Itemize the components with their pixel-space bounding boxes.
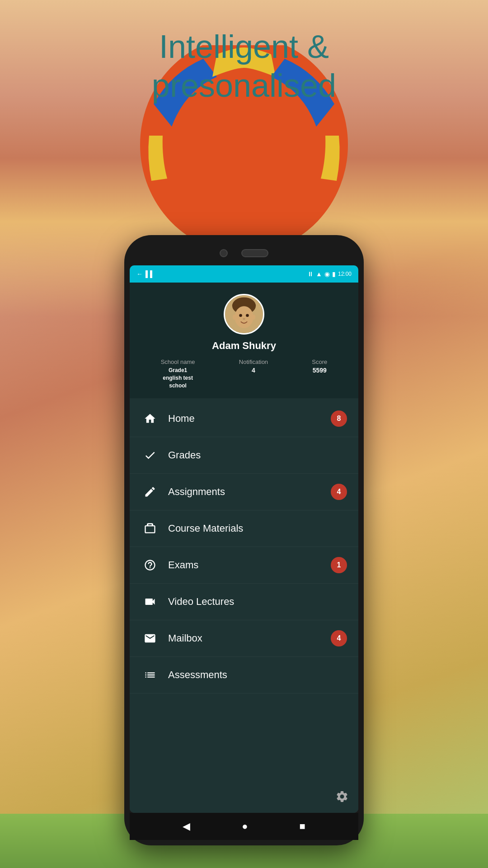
menu-course-materials-label: Course Materials	[168, 523, 347, 534]
menu-assignments-label: Assignments	[168, 486, 331, 498]
check-icon	[141, 446, 159, 464]
wifi-icon: ▲	[316, 270, 322, 278]
school-label: School name	[161, 359, 195, 365]
menu-item-course-materials[interactable]: Course Materials	[130, 510, 358, 547]
menu-item-video-lectures[interactable]: Video Lectures	[130, 584, 358, 620]
menu-exams-label: Exams	[168, 559, 331, 571]
question-icon	[141, 556, 159, 574]
phone-screen: ← ▌▌ ⏸ ▲ ◉ ▮ 12:00	[130, 265, 358, 813]
menu-item-assessments[interactable]: Assessments	[130, 657, 358, 693]
svg-point-13	[233, 315, 236, 320]
menu-item-mailbox[interactable]: Mailbox 4	[130, 620, 358, 657]
phone-camera	[220, 249, 228, 257]
status-bar-right: ⏸ ▲ ◉ ▮ 12:00	[307, 270, 352, 278]
signal-icon: ▌▌	[145, 270, 155, 278]
phone-speaker	[241, 249, 268, 257]
exams-badge: 1	[331, 557, 347, 573]
pause-icon: ⏸	[307, 270, 314, 278]
home-icon	[141, 410, 159, 428]
status-bar-left: ← ▌▌	[136, 270, 155, 278]
svg-point-10	[239, 314, 242, 317]
school-value: Grade1english testschool	[163, 367, 193, 389]
user-stats: School name Grade1english testschool Not…	[139, 359, 349, 389]
menu-list: Home 8 Grades	[130, 398, 358, 696]
home-badge: 8	[331, 410, 347, 427]
battery-icon: ▮	[332, 270, 336, 278]
back-arrow-icon: ←	[136, 270, 143, 278]
headline-line2: presonalised	[0, 66, 488, 105]
briefcase-icon	[141, 519, 159, 538]
user-profile: Adam Shukry School name Grade1english te…	[130, 283, 358, 398]
mail-icon	[141, 629, 159, 647]
svg-point-9	[235, 306, 253, 328]
headline-line1: Intelligent &	[0, 27, 488, 66]
menu-home-label: Home	[168, 413, 331, 425]
svg-point-11	[246, 314, 249, 317]
home-button[interactable]: ●	[242, 821, 248, 832]
avatar	[224, 294, 264, 335]
menu-item-exams[interactable]: Exams 1	[130, 547, 358, 584]
notification-value: 4	[252, 367, 255, 374]
svg-point-14	[252, 315, 255, 320]
time-icon: 12:00	[338, 271, 352, 277]
menu-mailbox-label: Mailbox	[168, 632, 331, 644]
user-name: Adam Shukry	[139, 340, 349, 352]
recent-button[interactable]: ■	[300, 821, 305, 832]
svg-point-12	[243, 318, 245, 320]
score-label: Score	[312, 359, 327, 365]
score-value: 5599	[313, 367, 327, 374]
drawer-content: Adam Shukry School name Grade1english te…	[130, 283, 358, 813]
list-icon	[141, 666, 159, 684]
phone-top-bar	[130, 241, 358, 265]
assignments-badge: 4	[331, 484, 347, 500]
phone-nav-bar: ◀ ● ■	[130, 813, 358, 840]
menu-item-home[interactable]: Home 8	[130, 401, 358, 437]
mailbox-badge: 4	[331, 630, 347, 646]
pencil-icon	[141, 483, 159, 501]
back-button[interactable]: ◀	[183, 821, 190, 832]
notification-label: Notification	[239, 359, 268, 365]
video-icon	[141, 593, 159, 611]
menu-item-assignments[interactable]: Assignments 4	[130, 474, 358, 510]
menu-grades-label: Grades	[168, 449, 347, 461]
settings-gear-button[interactable]	[333, 787, 352, 806]
menu-assessments-label: Assessments	[168, 669, 347, 681]
alarm-icon: ◉	[324, 270, 330, 278]
phone-frame: ← ▌▌ ⏸ ▲ ◉ ▮ 12:00	[124, 235, 364, 845]
menu-video-lectures-label: Video Lectures	[168, 596, 347, 608]
headline: Intelligent & presonalised	[0, 27, 488, 105]
stat-score: Score 5599	[312, 359, 327, 389]
menu-item-grades[interactable]: Grades	[130, 437, 358, 474]
stat-school: School name Grade1english testschool	[161, 359, 195, 389]
stat-notification: Notification 4	[239, 359, 268, 389]
status-bar: ← ▌▌ ⏸ ▲ ◉ ▮ 12:00	[130, 265, 358, 283]
